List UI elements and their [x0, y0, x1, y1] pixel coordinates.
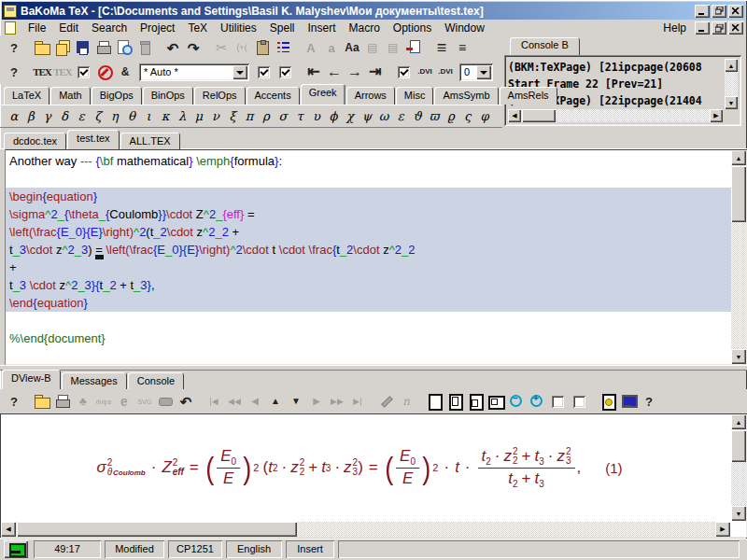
mdi-close-button[interactable] [728, 21, 743, 35]
preview-horizontal-scrollbar[interactable]: ◀ ▶ [1, 522, 730, 537]
dvi-search-button[interactable]: .DVI [415, 62, 435, 82]
console-tab[interactable]: Console B [510, 37, 580, 55]
console-vertical-scrollbar[interactable]: ▲ ▼ [725, 59, 738, 109]
scroll-left-icon[interactable]: ◀ [1, 522, 16, 537]
panel-tab-dview-b[interactable]: DView-B [2, 370, 61, 389]
panel-tab-messages[interactable]: Messages [62, 372, 127, 389]
display-setup-button[interactable] [618, 391, 639, 412]
auto-typeset-check-checkbox[interactable] [78, 66, 90, 78]
scroll-down-icon[interactable]: ▼ [725, 96, 738, 109]
fit-landscape-button[interactable] [486, 391, 506, 412]
greek-symbol-1[interactable]: β [22, 106, 39, 126]
minimize-button[interactable] [695, 5, 710, 18]
tab-binops[interactable]: BinOps [143, 87, 193, 105]
run-tex-button[interactable]: TEX [32, 62, 52, 82]
greek-symbol-9[interactable]: κ [157, 106, 174, 126]
menu-utilities[interactable]: Utilities [214, 21, 263, 35]
greek-symbol-18[interactable]: υ [308, 106, 325, 126]
greek-symbol-28[interactable]: φ [476, 106, 493, 126]
scroll-down-icon[interactable]: ▼ [731, 349, 746, 364]
greek-symbol-13[interactable]: ξ [224, 106, 241, 126]
doc-tab-dcdoc-tex[interactable]: dcdoc.tex [4, 133, 66, 149]
menu-search[interactable]: Search [85, 21, 134, 35]
open-file-button[interactable] [32, 37, 52, 58]
dropdown-arrow-icon[interactable] [233, 65, 247, 79]
greek-symbol-3[interactable]: δ [56, 106, 73, 126]
greek-symbol-8[interactable]: ι [140, 106, 157, 126]
greek-symbol-25[interactable]: ϖ [426, 106, 443, 126]
actual-size-button[interactable] [424, 391, 444, 412]
greek-symbol-4[interactable]: ε [73, 106, 90, 126]
undo-button[interactable]: ↶ [162, 37, 183, 58]
help-button[interactable]: ? [4, 37, 24, 58]
goto-line-button[interactable] [403, 37, 424, 58]
save-file-button[interactable] [73, 37, 93, 58]
scroll-up-icon[interactable]: ▲ [731, 414, 746, 429]
tab-greek[interactable]: Greek [301, 84, 345, 105]
tab-bigops[interactable]: BigOps [92, 87, 142, 105]
doc-tab-all-tex[interactable]: ALL.TEX [120, 133, 180, 149]
justify-document-button[interactable]: ≡ [452, 37, 472, 58]
find-in-files-button[interactable] [114, 37, 134, 58]
context-help-button[interactable]: ? [639, 391, 659, 412]
scroll-left-icon[interactable]: ◀ [508, 109, 521, 122]
greek-symbol-12[interactable]: ν [207, 106, 224, 126]
prev-error-button[interactable]: ← [324, 62, 345, 82]
dvi-print-button[interactable] [52, 391, 73, 412]
tab-amsrels[interactable]: AmsRels [500, 87, 557, 105]
tab-arrows[interactable]: Arrows [346, 87, 395, 105]
view-check-1-checkbox[interactable] [552, 396, 564, 408]
menu-spell[interactable]: Spell [263, 21, 302, 35]
dvi-preview[interactable]: σ2θCoulomb · Z2eff = (E0E)2 (t2·z22+t3·z… [0, 413, 747, 538]
justify-paragraph-button[interactable]: ≡ [431, 37, 452, 58]
tab-math[interactable]: Math [50, 87, 90, 105]
scroll-up-button[interactable]: ▲ [265, 391, 286, 412]
greek-symbol-11[interactable]: μ [190, 106, 207, 126]
dvi-forward-search-button[interactable]: .DVI [435, 62, 456, 82]
close-button[interactable] [728, 5, 743, 18]
greek-symbol-23[interactable]: ε [392, 106, 409, 126]
doc-tab-test-tex[interactable]: test.tex [67, 130, 119, 149]
tab-misc[interactable]: Misc [396, 87, 434, 105]
fit-page-button[interactable] [444, 391, 465, 412]
view-check-2-checkbox[interactable] [573, 396, 585, 408]
greek-symbol-22[interactable]: ω [375, 106, 392, 126]
mdi-minimize-button[interactable] [695, 21, 710, 35]
format-combo[interactable]: * Auto * [139, 63, 249, 81]
document-system-icon[interactable] [5, 21, 16, 35]
scroll-up-icon[interactable]: ▲ [725, 59, 738, 72]
greek-symbol-26[interactable]: ϱ [443, 106, 459, 126]
last-error-button[interactable]: ⇥ [365, 62, 386, 82]
menu-help[interactable]: Help [656, 21, 693, 35]
option-check-2-checkbox[interactable] [279, 66, 291, 78]
editor-vertical-scrollbar[interactable]: ▲ ▼ [731, 150, 746, 364]
tab-accents[interactable]: Accents [247, 87, 300, 105]
greek-symbol-16[interactable]: σ [275, 106, 291, 126]
page-combo[interactable]: 0 [459, 63, 493, 81]
console-horizontal-scrollbar[interactable]: ◀ ▶ [508, 109, 723, 122]
greek-symbol-10[interactable]: λ [174, 106, 190, 126]
fit-width-button[interactable] [465, 391, 486, 412]
scroll-down-button[interactable]: ▼ [286, 391, 306, 412]
greek-symbol-0[interactable]: α [6, 106, 22, 126]
scroll-thumb[interactable] [731, 166, 746, 222]
toggle-case-button[interactable]: Aa [342, 37, 362, 58]
scroll-right-icon[interactable]: ▶ [715, 522, 730, 537]
paste-special-button[interactable] [252, 37, 273, 58]
greek-symbol-15[interactable]: ρ [258, 106, 275, 126]
sort-list-button[interactable] [273, 37, 293, 58]
app-icon[interactable] [4, 5, 17, 18]
back-link-button[interactable]: ↶ [176, 391, 196, 412]
document-properties-button[interactable] [598, 391, 618, 412]
menu-file[interactable]: File [21, 21, 52, 35]
break-tex-button[interactable] [94, 62, 115, 82]
next-error-button[interactable]: → [345, 62, 365, 82]
menu-tex[interactable]: TeX [181, 21, 214, 35]
open-project-files-button[interactable] [52, 37, 73, 58]
redo-button[interactable]: ↷ [183, 37, 204, 58]
menu-insert[interactable]: Insert [301, 21, 342, 35]
dvi-sync-check-checkbox[interactable] [398, 66, 410, 78]
greek-symbol-5[interactable]: ζ [90, 106, 106, 126]
tab-latex[interactable]: LaTeX [4, 87, 49, 105]
greek-symbol-20[interactable]: χ [342, 106, 359, 126]
